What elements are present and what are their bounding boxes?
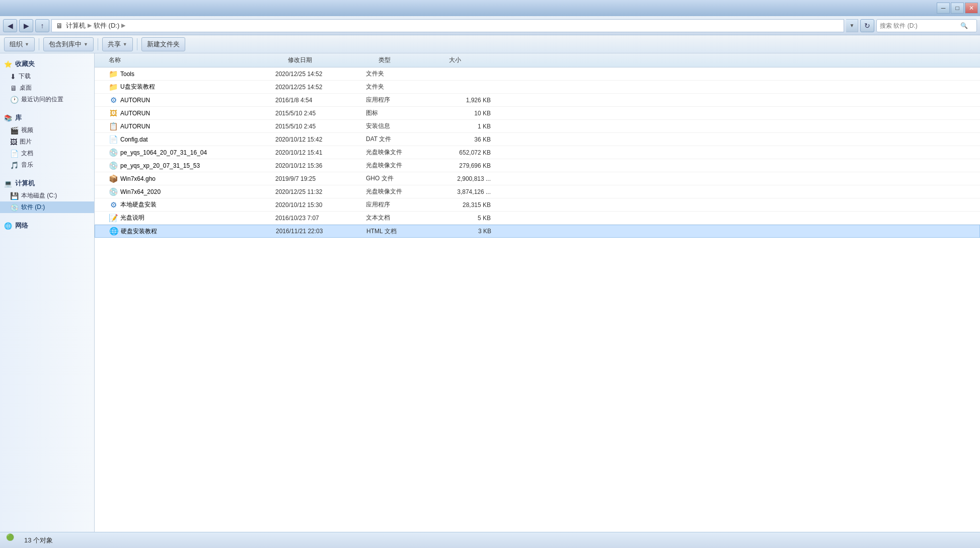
file-list: 名称 修改日期 类型 大小 📁 Tools 2020/12/25 14:52 文… <box>95 53 980 532</box>
file-icon: 📄 <box>109 135 118 144</box>
include-library-button[interactable]: 包含到库中 ▼ <box>43 37 94 51</box>
file-icon: 📦 <box>109 174 118 183</box>
table-row[interactable]: 🌐 硬盘安装教程 2016/11/21 22:03 HTML 文档 3 KB <box>95 225 980 238</box>
file-type-cell: 文件夹 <box>366 83 436 91</box>
file-name-text: pe_yqs_1064_20_07_31_16_04 <box>120 149 207 156</box>
statusbar: 🟢 13 个对象 <box>0 532 980 548</box>
table-row[interactable]: ⚙ AUTORUN 2016/1/8 4:54 应用程序 1,926 KB <box>95 94 980 107</box>
col-header-date[interactable]: 修改日期 <box>288 56 379 64</box>
picture-icon: 🖼 <box>10 138 17 146</box>
d-drive-icon: 💿 <box>10 203 19 212</box>
search-box[interactable]: 🔍 <box>876 19 977 32</box>
file-icon: 📁 <box>109 83 118 92</box>
library-icon: 📚 <box>4 114 12 122</box>
table-row[interactable]: 📁 U盘安装教程 2020/12/25 14:52 文件夹 <box>95 81 980 94</box>
include-arrow: ▼ <box>84 42 88 47</box>
desktop-label: 桌面 <box>20 84 32 92</box>
file-icon: 📋 <box>109 122 118 131</box>
recent-label: 最近访问的位置 <box>21 95 63 104</box>
sidebar-item-recent[interactable]: 🕐 最近访问的位置 <box>0 94 94 105</box>
file-type-cell: GHO 文件 <box>366 174 436 183</box>
file-rows-container: 📁 Tools 2020/12/25 14:52 文件夹 📁 U盘安装教程 20… <box>95 67 980 238</box>
file-name-text: U盘安装教程 <box>120 83 155 91</box>
file-icon: 📁 <box>109 70 118 79</box>
new-folder-button[interactable]: 新建文件夹 <box>141 37 185 51</box>
computer-header[interactable]: 💻 计算机 <box>0 177 94 190</box>
file-size-cell: 3 KB <box>437 228 497 235</box>
file-size-cell: 652,072 KB <box>436 149 497 156</box>
col-header-name[interactable]: 名称 <box>97 56 288 64</box>
table-row[interactable]: 🖼 AUTORUN 2015/5/10 2:45 图标 10 KB <box>95 107 980 120</box>
back-button[interactable]: ◀ <box>3 19 17 32</box>
file-icon: 💿 <box>109 161 118 170</box>
file-type-cell: 文件夹 <box>366 70 436 78</box>
favorites-section: ⭐ 收藏夹 ⬇ 下载 🖥 桌面 🕐 最近访问的位置 <box>0 57 94 105</box>
file-name-text: 硬盘安装教程 <box>121 227 157 236</box>
file-icon: 🖼 <box>109 109 118 118</box>
sidebar-item-d-drive[interactable]: 💿 软件 (D:) <box>0 201 94 213</box>
address-dropdown[interactable]: ▼ <box>846 19 858 32</box>
table-row[interactable]: 💿 Win7x64_2020 2020/12/25 11:32 光盘映像文件 3… <box>95 185 980 198</box>
file-date-cell: 2015/5/10 2:45 <box>275 110 366 117</box>
sidebar-item-download[interactable]: ⬇ 下载 <box>0 71 94 82</box>
library-section: 📚 库 🎬 视频 🖼 图片 📄 文档 🎵 音乐 <box>0 111 94 171</box>
refresh-button[interactable]: ↻ <box>860 19 874 32</box>
table-row[interactable]: 📄 Config.dat 2020/10/12 15:42 DAT 文件 36 … <box>95 133 980 146</box>
download-label: 下载 <box>19 72 31 81</box>
include-label: 包含到库中 <box>49 40 82 49</box>
network-header[interactable]: 🌐 网络 <box>0 219 94 232</box>
file-icon: 💿 <box>109 187 118 196</box>
address-path[interactable]: 🖥 计算机 ▶ 软件 (D:) ▶ <box>51 19 844 32</box>
table-row[interactable]: 📦 Win7x64.gho 2019/9/7 19:25 GHO 文件 2,90… <box>95 172 980 185</box>
network-label: 网络 <box>15 221 28 230</box>
forward-button[interactable]: ▶ <box>19 19 33 32</box>
file-type-cell: DAT 文件 <box>366 135 436 144</box>
statusbar-icon: 🟢 <box>6 533 20 547</box>
file-name-cell: 📝 光盘说明 <box>97 214 275 223</box>
share-button[interactable]: 共享 ▼ <box>102 37 133 51</box>
sidebar-item-video[interactable]: 🎬 视频 <box>0 124 94 136</box>
table-row[interactable]: 📝 光盘说明 2016/10/23 7:07 文本文档 5 KB <box>95 212 980 225</box>
sidebar-item-document[interactable]: 📄 文档 <box>0 148 94 159</box>
new-folder-label: 新建文件夹 <box>147 40 180 49</box>
search-icon: 🔍 <box>960 22 968 29</box>
toolbar: 组织 ▼ 包含到库中 ▼ 共享 ▼ 新建文件夹 <box>0 35 980 53</box>
sidebar-item-c-drive[interactable]: 💾 本地磁盘 (C:) <box>0 190 94 201</box>
table-row[interactable]: 💿 pe_yqs_1064_20_07_31_16_04 2020/10/12 … <box>95 146 980 159</box>
close-button[interactable]: ✕ <box>965 3 978 14</box>
organize-button[interactable]: 组织 ▼ <box>4 37 35 51</box>
music-label: 音乐 <box>21 161 33 169</box>
share-arrow: ▼ <box>123 42 127 47</box>
file-date-cell: 2016/1/8 4:54 <box>275 97 366 104</box>
file-date-cell: 2016/11/21 22:03 <box>276 228 366 235</box>
file-name-text: 本地硬盘安装 <box>120 200 157 209</box>
favorites-header[interactable]: ⭐ 收藏夹 <box>0 57 94 71</box>
table-row[interactable]: 📁 Tools 2020/12/25 14:52 文件夹 <box>95 67 980 81</box>
file-icon: 💿 <box>109 148 118 157</box>
breadcrumb-sep-1: ▶ <box>88 22 92 29</box>
table-row[interactable]: 📋 AUTORUN 2015/5/10 2:45 安装信息 1 KB <box>95 120 980 133</box>
file-date-cell: 2020/10/12 15:42 <box>275 136 366 143</box>
breadcrumb-computer[interactable]: 计算机 <box>66 21 86 30</box>
table-row[interactable]: 💿 pe_yqs_xp_20_07_31_15_53 2020/10/12 15… <box>95 159 980 172</box>
computer-section: 💻 计算机 💾 本地磁盘 (C:) 💿 软件 (D:) <box>0 177 94 213</box>
main-area: ⭐ 收藏夹 ⬇ 下载 🖥 桌面 🕐 最近访问的位置 📚 库 🎬 <box>0 53 980 532</box>
table-row[interactable]: ⚙ 本地硬盘安装 2020/10/12 15:30 应用程序 28,315 KB <box>95 198 980 212</box>
col-header-type[interactable]: 类型 <box>379 56 449 64</box>
file-date-cell: 2020/10/12 15:36 <box>275 162 366 169</box>
up-button[interactable]: ↑ <box>35 19 49 32</box>
computer-label: 计算机 <box>15 179 35 188</box>
minimize-button[interactable]: ─ <box>937 3 950 14</box>
file-size-cell: 3,874,126 ... <box>436 188 497 195</box>
toolbar-divider-2 <box>98 38 98 50</box>
sidebar-item-desktop[interactable]: 🖥 桌面 <box>0 82 94 94</box>
col-header-size[interactable]: 大小 <box>449 56 509 64</box>
file-name-text: 光盘说明 <box>120 214 144 222</box>
search-input[interactable] <box>880 22 960 29</box>
library-header[interactable]: 📚 库 <box>0 111 94 124</box>
organize-arrow: ▼ <box>25 42 29 47</box>
breadcrumb-drive[interactable]: 软件 (D:) <box>94 21 119 30</box>
sidebar-item-picture[interactable]: 🖼 图片 <box>0 136 94 148</box>
sidebar-item-music[interactable]: 🎵 音乐 <box>0 159 94 171</box>
maximize-button[interactable]: □ <box>951 3 964 14</box>
